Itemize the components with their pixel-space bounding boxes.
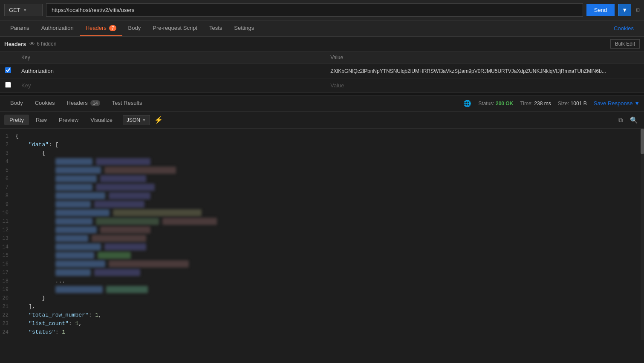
- code-line: 14: [0, 243, 644, 251]
- key-cell-1[interactable]: Key: [16, 78, 325, 93]
- line-number: 14: [0, 243, 15, 251]
- line-content: {: [15, 149, 45, 158]
- line-content: [15, 200, 144, 209]
- val-placeholder-1: Value: [330, 82, 344, 89]
- code-line: 24 "status": 1: [0, 328, 644, 337]
- resp-tab-headers[interactable]: Headers 14: [61, 95, 106, 111]
- time-label: Time: 238 ms: [520, 101, 551, 107]
- bulk-edit-button[interactable]: Bulk Edit: [610, 39, 640, 49]
- save-response-button[interactable]: Save Response ▼: [594, 100, 640, 107]
- code-area: 1{2 "data": [3 {4 5 6 7 8 9 10 11 12 13 …: [0, 129, 644, 340]
- col-value: Value: [325, 52, 644, 64]
- format-select[interactable]: JSON ▼: [123, 115, 150, 125]
- tab-params[interactable]: Params: [4, 20, 35, 36]
- line-number: 18: [0, 277, 15, 285]
- code-line: 7: [0, 183, 644, 192]
- copy-button[interactable]: ⧉: [617, 115, 625, 126]
- headers-section: Headers 👁 6 hidden Bulk Edit Key Value A…: [0, 37, 644, 93]
- save-response-chevron-icon: ▼: [634, 100, 640, 107]
- hidden-badge: 👁 6 hidden: [29, 41, 56, 47]
- response-section: Body Cookies Headers 14 Test Results 🌐 S…: [0, 95, 644, 340]
- line-content: "list_count": 1,: [15, 320, 82, 328]
- headers-badge: 7: [109, 25, 116, 31]
- checkbox-cell-1[interactable]: [0, 78, 16, 93]
- tab-tests[interactable]: Tests: [203, 20, 228, 36]
- line-number: 8: [0, 192, 15, 200]
- line-number: 13: [0, 234, 15, 243]
- code-line: 20 }: [0, 294, 644, 302]
- line-number: 17: [0, 268, 15, 277]
- line-number: 21: [0, 302, 15, 311]
- code-line: 17: [0, 268, 644, 277]
- key-cell-0[interactable]: Authorization: [16, 64, 325, 78]
- response-tabs-bar: Body Cookies Headers 14 Test Results 🌐 S…: [0, 95, 644, 112]
- code-line: 1{: [0, 132, 644, 141]
- line-content: [15, 234, 146, 243]
- code-line: 16: [0, 260, 644, 268]
- line-number: 12: [0, 226, 15, 234]
- headers-title: Headers: [4, 41, 26, 47]
- line-content: [15, 268, 140, 277]
- tab-authorization[interactable]: Authorization: [35, 20, 80, 36]
- send-dropdown-button[interactable]: ▼: [618, 4, 631, 16]
- response-meta: 🌐 Status: 200 OK Time: 238 ms Size: 1001…: [463, 100, 640, 107]
- code-line: 11: [0, 217, 644, 226]
- code-line: 2 "data": [: [0, 141, 644, 149]
- filter-icon-button[interactable]: ⚡: [152, 114, 165, 126]
- filter-icon: ⚡: [154, 116, 163, 124]
- code-line: 15: [0, 251, 644, 260]
- code-line: 6: [0, 175, 644, 183]
- line-content: "total_row_number": 1,: [15, 311, 102, 320]
- scrollbar-thumb[interactable]: [641, 129, 644, 154]
- cookies-link[interactable]: Cookies: [608, 21, 640, 36]
- time-value: 238 ms: [534, 101, 551, 107]
- size-value: 1001 B: [571, 101, 587, 107]
- line-number: 23: [0, 320, 15, 328]
- method-label: GET: [9, 7, 20, 13]
- line-content: "data": [: [15, 141, 58, 149]
- code-line: 5: [0, 166, 644, 175]
- val-cell-1[interactable]: Value: [325, 78, 644, 93]
- line-number: 10: [0, 209, 15, 217]
- status-label: Status: 200 OK: [478, 101, 513, 107]
- line-number: 4: [0, 158, 15, 166]
- request-tabs: Params Authorization Headers 7 Body Pre-…: [0, 20, 644, 37]
- resp-tab-test-results[interactable]: Test Results: [106, 95, 148, 111]
- code-line: 3 {: [0, 149, 644, 158]
- line-content: [15, 183, 155, 192]
- resp-tab-cookies[interactable]: Cookies: [29, 95, 61, 111]
- resp-tab-body[interactable]: Body: [4, 95, 29, 111]
- line-content: "status": 1: [15, 328, 65, 337]
- header-checkbox-0[interactable]: [5, 67, 11, 73]
- tab-body[interactable]: Body: [122, 20, 147, 36]
- url-input[interactable]: [46, 3, 583, 17]
- line-number: 15: [0, 251, 15, 260]
- header-checkbox-1[interactable]: [5, 82, 11, 88]
- col-key: Key: [16, 52, 325, 64]
- tab-headers[interactable]: Headers 7: [80, 20, 122, 36]
- line-content: ...: [15, 277, 65, 285]
- tab-settings[interactable]: Settings: [228, 20, 260, 36]
- view-visualize-button[interactable]: Visualize: [85, 115, 118, 125]
- tab-prerequest[interactable]: Pre-request Script: [147, 20, 203, 36]
- line-content: [15, 166, 176, 175]
- line-content: [15, 217, 217, 226]
- method-select[interactable]: GET ▼: [4, 4, 43, 16]
- code-line: 23 "list_count": 1,: [0, 320, 644, 328]
- line-content: [15, 251, 131, 260]
- send-button[interactable]: Send: [586, 4, 615, 16]
- code-line: 8: [0, 192, 644, 200]
- hidden-count-label: 6 hidden: [37, 41, 56, 47]
- val-cell-0[interactable]: ZXlKbGNIQc2lPbnNpYTNSNUlqb2lUMHRRSWI3aVk…: [325, 64, 644, 78]
- view-preview-button[interactable]: Preview: [54, 115, 84, 125]
- search-button[interactable]: 🔍: [628, 115, 640, 126]
- view-raw-button[interactable]: Raw: [31, 115, 52, 125]
- line-number: 22: [0, 311, 15, 320]
- line-content: [15, 260, 189, 268]
- line-content: [15, 243, 146, 251]
- scrollbar-track[interactable]: [641, 129, 644, 340]
- code-line: 9: [0, 200, 644, 209]
- checkbox-cell-0[interactable]: [0, 64, 16, 78]
- search-icon: 🔍: [630, 116, 638, 124]
- view-pretty-button[interactable]: Pretty: [4, 115, 29, 125]
